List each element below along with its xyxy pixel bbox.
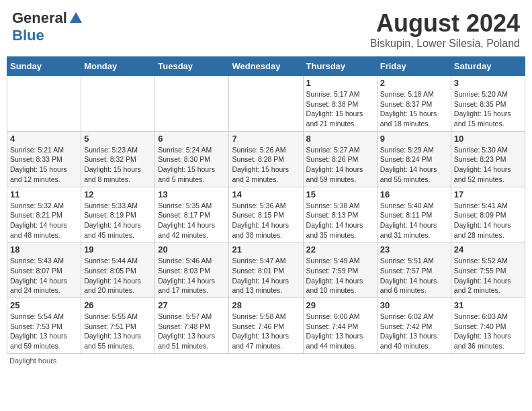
title-area: August 2024 Biskupin, Lower Silesia, Pol… <box>370 9 520 50</box>
footer-note: Daylight hours <box>7 357 525 365</box>
day-info: Sunrise: 5:44 AM Sunset: 8:05 PM Dayligh… <box>84 256 152 295</box>
week-row-3: 11Sunrise: 5:32 AM Sunset: 8:21 PM Dayli… <box>7 187 525 242</box>
day-cell: 6Sunrise: 5:24 AM Sunset: 8:30 PM Daylig… <box>155 131 229 187</box>
day-number: 26 <box>84 300 152 310</box>
day-cell: 22Sunrise: 5:49 AM Sunset: 7:59 PM Dayli… <box>303 242 377 298</box>
day-number: 24 <box>454 244 522 255</box>
day-cell: 25Sunrise: 5:54 AM Sunset: 7:53 PM Dayli… <box>7 298 81 354</box>
day-cell: 27Sunrise: 5:57 AM Sunset: 7:48 PM Dayli… <box>155 298 229 354</box>
day-number: 31 <box>454 300 522 310</box>
day-number: 28 <box>232 300 300 310</box>
day-number: 12 <box>84 189 152 199</box>
day-info: Sunrise: 5:21 AM Sunset: 8:33 PM Dayligh… <box>10 145 78 185</box>
day-info: Sunrise: 5:47 AM Sunset: 8:01 PM Dayligh… <box>232 256 300 295</box>
day-number: 7 <box>232 134 300 144</box>
day-number: 30 <box>380 300 448 310</box>
day-info: Sunrise: 6:03 AM Sunset: 7:40 PM Dayligh… <box>454 312 522 351</box>
day-cell: 9Sunrise: 5:29 AM Sunset: 8:24 PM Daylig… <box>377 131 451 187</box>
logo: General Blue <box>12 9 85 44</box>
day-number: 5 <box>84 134 152 144</box>
month-title: August 2024 <box>370 9 520 38</box>
logo-blue-text: Blue <box>12 27 44 44</box>
day-header-thursday: Thursday <box>303 57 377 76</box>
day-cell <box>81 76 155 132</box>
day-cell: 18Sunrise: 5:43 AM Sunset: 8:07 PM Dayli… <box>7 242 81 298</box>
day-cell: 30Sunrise: 6:02 AM Sunset: 7:42 PM Dayli… <box>377 298 451 354</box>
day-cell <box>229 76 303 132</box>
day-info: Sunrise: 6:02 AM Sunset: 7:42 PM Dayligh… <box>380 312 448 351</box>
day-cell: 29Sunrise: 6:00 AM Sunset: 7:44 PM Dayli… <box>303 298 377 354</box>
day-cell: 8Sunrise: 5:27 AM Sunset: 8:26 PM Daylig… <box>303 131 377 187</box>
calendar-table: SundayMondayTuesdayWednesdayThursdayFrid… <box>7 56 525 354</box>
day-number: 23 <box>380 244 448 255</box>
day-number: 18 <box>10 244 78 255</box>
day-cell <box>155 76 229 132</box>
week-row-2: 4Sunrise: 5:21 AM Sunset: 8:33 PM Daylig… <box>7 131 525 187</box>
day-number: 21 <box>232 244 300 255</box>
day-number: 25 <box>10 300 78 310</box>
day-cell: 26Sunrise: 5:55 AM Sunset: 7:51 PM Dayli… <box>81 298 155 354</box>
day-header-sunday: Sunday <box>7 57 81 76</box>
day-info: Sunrise: 5:24 AM Sunset: 8:30 PM Dayligh… <box>158 145 226 185</box>
day-info: Sunrise: 5:57 AM Sunset: 7:48 PM Dayligh… <box>158 312 226 351</box>
day-info: Sunrise: 5:46 AM Sunset: 8:03 PM Dayligh… <box>158 256 226 295</box>
day-cell: 14Sunrise: 5:36 AM Sunset: 8:15 PM Dayli… <box>229 187 303 242</box>
day-number: 9 <box>380 134 448 144</box>
day-cell: 23Sunrise: 5:51 AM Sunset: 7:57 PM Dayli… <box>377 242 451 298</box>
day-cell: 28Sunrise: 5:58 AM Sunset: 7:46 PM Dayli… <box>229 298 303 354</box>
day-info: Sunrise: 5:58 AM Sunset: 7:46 PM Dayligh… <box>232 312 300 351</box>
day-info: Sunrise: 5:32 AM Sunset: 8:21 PM Dayligh… <box>10 201 78 240</box>
svg-marker-0 <box>70 12 82 23</box>
day-number: 27 <box>158 300 226 310</box>
day-number: 16 <box>380 189 448 199</box>
day-cell: 11Sunrise: 5:32 AM Sunset: 8:21 PM Dayli… <box>7 187 81 242</box>
day-info: Sunrise: 5:18 AM Sunset: 8:37 PM Dayligh… <box>380 89 448 129</box>
day-number: 14 <box>232 189 300 199</box>
day-info: Sunrise: 6:00 AM Sunset: 7:44 PM Dayligh… <box>306 312 374 351</box>
day-cell: 5Sunrise: 5:23 AM Sunset: 8:32 PM Daylig… <box>81 131 155 187</box>
day-number: 22 <box>306 244 374 255</box>
day-header-wednesday: Wednesday <box>229 57 303 76</box>
day-cell <box>7 76 81 132</box>
day-cell: 15Sunrise: 5:38 AM Sunset: 8:13 PM Dayli… <box>303 187 377 242</box>
day-cell: 10Sunrise: 5:30 AM Sunset: 8:23 PM Dayli… <box>451 131 525 187</box>
day-number: 6 <box>158 134 226 144</box>
day-info: Sunrise: 5:54 AM Sunset: 7:53 PM Dayligh… <box>10 312 78 351</box>
day-cell: 20Sunrise: 5:46 AM Sunset: 8:03 PM Dayli… <box>155 242 229 298</box>
day-cell: 3Sunrise: 5:20 AM Sunset: 8:35 PM Daylig… <box>451 76 525 132</box>
day-number: 15 <box>306 189 374 199</box>
day-cell: 7Sunrise: 5:26 AM Sunset: 8:28 PM Daylig… <box>229 131 303 187</box>
day-cell: 16Sunrise: 5:40 AM Sunset: 8:11 PM Dayli… <box>377 187 451 242</box>
day-info: Sunrise: 5:30 AM Sunset: 8:23 PM Dayligh… <box>454 145 522 185</box>
day-cell: 31Sunrise: 6:03 AM Sunset: 7:40 PM Dayli… <box>451 298 525 354</box>
day-cell: 12Sunrise: 5:33 AM Sunset: 8:19 PM Dayli… <box>81 187 155 242</box>
day-info: Sunrise: 5:36 AM Sunset: 8:15 PM Dayligh… <box>232 201 300 240</box>
day-cell: 17Sunrise: 5:41 AM Sunset: 8:09 PM Dayli… <box>451 187 525 242</box>
day-number: 10 <box>454 134 522 144</box>
day-cell: 4Sunrise: 5:21 AM Sunset: 8:33 PM Daylig… <box>7 131 81 187</box>
day-cell: 21Sunrise: 5:47 AM Sunset: 8:01 PM Dayli… <box>229 242 303 298</box>
day-info: Sunrise: 5:26 AM Sunset: 8:28 PM Dayligh… <box>232 145 300 185</box>
day-info: Sunrise: 5:33 AM Sunset: 8:19 PM Dayligh… <box>84 201 152 240</box>
day-number: 19 <box>84 244 152 255</box>
day-info: Sunrise: 5:41 AM Sunset: 8:09 PM Dayligh… <box>454 201 522 240</box>
week-row-4: 18Sunrise: 5:43 AM Sunset: 8:07 PM Dayli… <box>7 242 525 298</box>
header-row: SundayMondayTuesdayWednesdayThursdayFrid… <box>7 57 525 76</box>
day-number: 13 <box>158 189 226 199</box>
day-info: Sunrise: 5:40 AM Sunset: 8:11 PM Dayligh… <box>380 201 448 240</box>
day-number: 2 <box>380 78 448 88</box>
day-header-monday: Monday <box>81 57 155 76</box>
day-cell: 2Sunrise: 5:18 AM Sunset: 8:37 PM Daylig… <box>377 76 451 132</box>
location-title: Biskupin, Lower Silesia, Poland <box>370 38 520 50</box>
day-info: Sunrise: 5:52 AM Sunset: 7:55 PM Dayligh… <box>454 256 522 295</box>
day-number: 11 <box>10 189 78 199</box>
day-info: Sunrise: 5:35 AM Sunset: 8:17 PM Dayligh… <box>158 201 226 240</box>
day-number: 20 <box>158 244 226 255</box>
week-row-1: 1Sunrise: 5:17 AM Sunset: 8:38 PM Daylig… <box>7 76 525 132</box>
day-info: Sunrise: 5:51 AM Sunset: 7:57 PM Dayligh… <box>380 256 448 295</box>
week-row-5: 25Sunrise: 5:54 AM Sunset: 7:53 PM Dayli… <box>7 298 525 354</box>
day-header-saturday: Saturday <box>451 57 525 76</box>
header: General Blue August 2024 Biskupin, Lower… <box>7 7 525 52</box>
day-header-friday: Friday <box>377 57 451 76</box>
day-cell: 24Sunrise: 5:52 AM Sunset: 7:55 PM Dayli… <box>451 242 525 298</box>
